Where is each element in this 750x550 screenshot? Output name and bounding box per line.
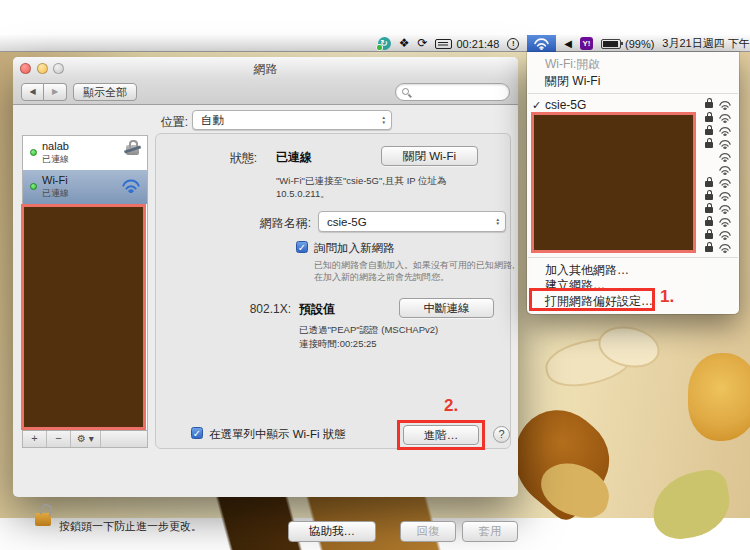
ask-join-label: 詢問加入新網路	[314, 241, 395, 256]
dot1x-value: 預設值	[299, 301, 335, 318]
wifi-signal-icon	[719, 100, 731, 110]
wifi-signal-icon	[719, 113, 731, 123]
alert-icon[interactable]: !	[507, 38, 519, 50]
show-wifi-status-label: 在選單列中顯示 Wi-Fi 狀態	[209, 427, 346, 442]
lock-icon	[705, 207, 713, 213]
wifi-signal-icon	[719, 217, 731, 227]
wifi-signal-icon	[719, 178, 731, 188]
wifi-signal-icon	[719, 126, 731, 136]
wifi-dropdown-menu: Wi-Fi:開啟 關閉 Wi-Fi ✓ csie-5G 加入其他網路… 建立網路…	[527, 52, 739, 314]
show-wifi-status-checkbox[interactable]: ✓	[191, 427, 203, 439]
status-green-dot-icon	[30, 149, 37, 156]
wifi-signal-icon	[719, 139, 731, 149]
disconnect-button[interactable]: 中斷連線	[399, 298, 494, 318]
ethernet-lock-icon	[126, 145, 139, 155]
search-field[interactable]	[395, 83, 510, 101]
window-title: 網路	[13, 61, 518, 78]
wifi-signal-icon	[719, 152, 731, 162]
wifi-signal-icon	[719, 191, 731, 201]
service-list-actions: + − ⚙ ▾	[23, 430, 147, 447]
assist-me-button[interactable]: 協助我…	[288, 521, 376, 542]
battery-status[interactable]: (99%)	[601, 38, 654, 50]
dot1x-time-text: 連接時間:00:25:25	[299, 337, 377, 350]
network-name-label: 網路名稱:	[156, 215, 311, 232]
service-name: nalab	[42, 140, 69, 152]
wifi-signal-icon	[719, 204, 731, 214]
lock-icon	[705, 246, 713, 252]
volume-icon[interactable]: ◀	[564, 35, 572, 52]
network-name-popup[interactable]: csie-5G ▲▼	[318, 211, 506, 232]
sidebar-item-nalab[interactable]: nalab 已連線	[23, 136, 147, 170]
location-popup[interactable]: 自動 ▲▼	[192, 110, 392, 130]
annotation-box-1	[529, 288, 655, 311]
forward-button[interactable]: ▶	[44, 83, 67, 101]
lock-icon	[705, 116, 713, 122]
current-network-name: csie-5G	[545, 98, 586, 112]
menu-bar-clock[interactable]: 3月21日週四 下午12	[662, 36, 750, 51]
add-service-button[interactable]: +	[23, 431, 47, 447]
lock-icon	[705, 233, 713, 239]
unlocked-padlock-icon[interactable]	[35, 513, 51, 526]
sidebar-item-wifi[interactable]: Wi-Fi 已連線	[23, 170, 147, 204]
network-name-value: csie-5G	[327, 216, 367, 228]
menu-bar: ↻ ❖ ⟳ 00:21:48 ! ◀ Y! (99%) 3月21日週四 下午12	[0, 35, 750, 52]
time-machine-status[interactable]: 00:21:48	[435, 38, 499, 50]
location-label: 位置:	[158, 114, 188, 131]
dropbox-icon[interactable]: ❖	[399, 35, 410, 52]
popup-stepper-icon: ▲▼	[496, 217, 500, 226]
gear-icon[interactable]: ⚙ ▾	[71, 431, 101, 447]
help-button[interactable]: ?	[493, 426, 510, 443]
show-all-button[interactable]: 顯示全部	[73, 83, 137, 101]
time-counter: 00:21:48	[456, 38, 499, 50]
menu-bar-status-items: ↻ ❖ ⟳ 00:21:48 ! ◀ Y! (99%) 3月21日週四 下午12	[378, 35, 750, 52]
current-network-menu-item[interactable]: ✓ csie-5G	[527, 97, 739, 113]
status-green-dot-icon	[30, 183, 37, 190]
menu-separator	[528, 257, 738, 258]
status-label: 狀態:	[156, 150, 257, 167]
dot1x-auth-text: 已透過"PEAP"認證 (MSCHAPv2)	[299, 323, 438, 336]
join-other-network-menu-item[interactable]: 加入其他網路…	[527, 262, 739, 278]
ask-join-checkbox[interactable]: ✓	[296, 241, 308, 253]
remove-service-button[interactable]: −	[47, 431, 71, 447]
wifi-signal-icon	[719, 165, 731, 175]
sync-icon[interactable]: ↻	[378, 37, 391, 50]
wifi-signal-icon	[719, 243, 731, 253]
battery-icon	[601, 39, 621, 49]
network-preferences-window: 網路 ◀ ▶ 顯示全部 位置: 自動 ▲▼ nalab 已連線 Wi-Fi 已連…	[13, 57, 518, 497]
location-value: 自動	[201, 113, 224, 128]
lock-icon	[705, 142, 713, 148]
status-detail-text: "Wi-Fi"已連接至"csie-5G",且其 IP 位址為 10.5.0.21…	[276, 174, 501, 200]
yahoo-icon[interactable]: Y!	[580, 37, 593, 50]
lock-icon	[705, 220, 713, 226]
revert-button[interactable]: 回復	[400, 521, 456, 542]
annotation-box-2	[397, 420, 485, 450]
checkmark-icon: ✓	[532, 97, 544, 113]
lock-hint-text: 按鎖頭一下防止進一步更改。	[59, 519, 202, 534]
lock-icon	[705, 129, 713, 135]
search-icon	[402, 88, 409, 95]
service-status: 已連線	[42, 187, 69, 200]
window-title-bar[interactable]: 網路	[13, 57, 518, 79]
service-status: 已連線	[42, 153, 69, 166]
preferences-toolbar: ◀ ▶ 顯示全部	[13, 79, 518, 105]
search-input[interactable]	[413, 85, 505, 99]
keyboard-icon	[435, 39, 452, 49]
nav-buttons: ◀ ▶	[21, 83, 67, 101]
apply-button[interactable]: 套用	[462, 521, 518, 542]
status-value: 已連線	[276, 149, 312, 166]
back-button[interactable]: ◀	[21, 83, 44, 101]
wifi-menu-bar-icon[interactable]	[527, 35, 556, 52]
dot1x-label: 802.1X:	[156, 302, 291, 316]
redacted-service-list	[21, 204, 146, 430]
ask-join-hint: 已知的網路會自動加入。如果沒有可用的已知網路,在加入新的網路之前會先詢問您。	[314, 259, 519, 283]
wallpaper-pinecone-shape	[688, 353, 750, 441]
turn-off-wifi-button[interactable]: 關閉 Wi-Fi	[381, 146, 478, 166]
wifi-status-menu-item: Wi-Fi:開啟	[527, 56, 739, 72]
annotation-number-1: 1.	[660, 287, 674, 307]
service-name: Wi-Fi	[42, 174, 68, 186]
refresh-icon[interactable]: ⟳	[417, 35, 427, 52]
annotation-number-2: 2.	[444, 396, 458, 416]
menu-separator	[528, 93, 738, 94]
turn-wifi-off-menu-item[interactable]: 關閉 Wi-Fi	[527, 73, 739, 89]
lock-icon	[705, 102, 713, 108]
